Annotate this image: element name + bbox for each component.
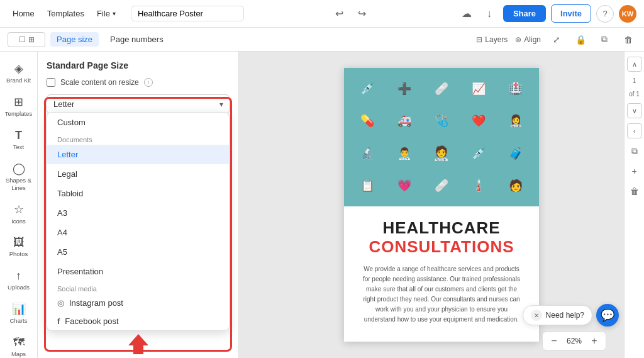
med-bandage-2: 🩹 [423, 171, 459, 202]
topbar-left: Home Templates File ▾ [8, 6, 244, 21]
redo-button[interactable]: ↪ [353, 5, 371, 23]
med-heart: ❤️ [461, 106, 497, 137]
brand-icon: ◈ [14, 62, 23, 76]
med-syringe-2: 💉 [461, 138, 497, 169]
poster: 💉 ➕ 🩹 📈 🏥 💊 🚑 🩺 ❤️ 👩‍⚕️ 🔬 👨‍⚕️ 🧑‍⚕️ 💉 🧳 [344, 68, 539, 342]
help-widget: ✕ Need help? 💬 [523, 304, 619, 327]
left-sidebar: ◈ Brand Kit ⊞ Templates T Text ◯ Shapes … [0, 52, 38, 358]
file-chevron-icon: ▾ [113, 10, 116, 17]
right-panel: ∧ 1 of 1 ∨ ‹ ⧉ + 🗑 [624, 52, 644, 358]
poster-title: HEALTHCARE [382, 219, 500, 237]
scale-label: Scale content on resize [60, 78, 139, 87]
dropdown-facebook[interactable]: f Facebook post [47, 312, 229, 330]
zoom-in-button[interactable]: + [588, 335, 601, 347]
size-select[interactable]: Letter Legal Tabloid A3 A4 A5 [47, 94, 230, 114]
align-button[interactable]: ⊜ Align [515, 35, 541, 44]
poster-body-text: We provide a range of healthcare service… [359, 264, 524, 325]
title-input[interactable] [131, 6, 244, 21]
med-bandage-1: 🩹 [423, 73, 459, 104]
nav-home[interactable]: Home [8, 6, 40, 21]
sidebar-item-brand[interactable]: ◈ Brand Kit [3, 57, 35, 89]
dropdown-documents-section: Documents [47, 132, 229, 145]
med-plus-box: ➕ [386, 73, 422, 104]
help-label: Need help? [546, 311, 584, 320]
dropdown-a4[interactable]: A4 [47, 223, 229, 242]
page-of: of 1 [629, 90, 640, 98]
invite-button[interactable]: Invite [551, 4, 591, 23]
chevron-left-button[interactable]: ‹ [627, 123, 642, 138]
med-heartbeat: 💗 [386, 171, 422, 202]
info-icon[interactable]: i [144, 78, 153, 87]
download-icon[interactable]: ↓ [480, 5, 498, 23]
poster-header: 💉 ➕ 🩹 📈 🏥 💊 🚑 🩺 ❤️ 👩‍⚕️ 🔬 👨‍⚕️ 🧑‍⚕️ 💉 🧳 [344, 68, 539, 206]
text-icon: T [15, 129, 22, 142]
copy-canvas-icon[interactable]: ⧉ [627, 143, 642, 159]
dropdown-tabloid[interactable]: Tabloid [47, 184, 229, 203]
med-cup: 🏥 [498, 73, 534, 104]
uploads-icon: ↑ [16, 269, 21, 282]
toolbar2-right: ⊟ Layers ⊜ Align ⤢ 🔒 ⧉ 🗑 [476, 31, 636, 48]
scroll-down-button[interactable]: ∨ [627, 103, 642, 118]
trash-canvas-icon[interactable]: 🗑 [627, 184, 642, 199]
zoom-out-button[interactable]: − [548, 335, 560, 347]
help-button[interactable]: ? [596, 5, 614, 23]
sidebar-label-maps: Maps [11, 350, 26, 357]
help-close-button[interactable]: ✕ [531, 310, 542, 321]
sidebar-label-text: Text [13, 143, 24, 150]
photos-icon: 🖼 [13, 236, 25, 249]
dropdown-custom[interactable]: Custom [47, 113, 229, 132]
layers-button[interactable]: ⊟ Layers [476, 35, 508, 44]
charts-icon: 📊 [12, 302, 26, 316]
templates-icon: ⊞ [14, 95, 23, 109]
med-ecg: 📈 [461, 73, 497, 104]
share-button[interactable]: Share [503, 5, 546, 22]
sidebar-item-shapes[interactable]: ◯ Shapes & Lines [3, 157, 35, 196]
undo-button[interactable]: ↩ [331, 5, 348, 23]
sidebar-item-photos[interactable]: 🖼 Photos [3, 231, 35, 262]
topbar-center: ↩ ↪ [254, 5, 448, 23]
dropdown-legal[interactable]: Legal [47, 164, 229, 184]
scroll-up-button[interactable]: ∧ [627, 57, 642, 72]
size-select-wrapper: Letter Legal Tabloid A3 A4 A5 ▾ [47, 94, 230, 114]
copy-toolbar-icon[interactable]: ⧉ [596, 31, 613, 48]
scale-checkbox[interactable] [47, 78, 55, 87]
sidebar-item-uploads[interactable]: ↑ Uploads [3, 264, 35, 296]
sidebar-item-icons[interactable]: ☆ Icons [3, 198, 35, 230]
sidebar-label-charts: Charts [10, 317, 28, 324]
sidebar-label-brand: Brand Kit [6, 77, 31, 84]
dropdown-letter[interactable]: Letter [47, 145, 229, 164]
shapes-icon: ◯ [13, 162, 25, 176]
topbar-right: ☁ ↓ Share Invite ? KW [458, 4, 636, 23]
sidebar-item-maps[interactable]: 🗺 Maps [3, 331, 35, 358]
med-person: 🧑 [498, 171, 534, 202]
dropdown-instagram[interactable]: ◎ Instagram post [47, 294, 229, 312]
page-numbers-tab[interactable]: Page numbers [104, 32, 170, 47]
maps-icon: 🗺 [13, 336, 25, 349]
resize-icon[interactable]: ⤢ [548, 31, 565, 48]
med-microscope: 🔬 [349, 138, 385, 169]
sidebar-item-text[interactable]: T Text [3, 124, 35, 155]
sidebar-label-uploads: Uploads [8, 284, 30, 291]
svg-marker-0 [128, 334, 148, 354]
help-bubble: ✕ Need help? [523, 305, 592, 325]
nav-templates[interactable]: Templates [42, 6, 89, 21]
cloud-icon[interactable]: ☁ [458, 5, 475, 23]
sidebar-item-charts[interactable]: 📊 Charts [3, 297, 35, 329]
trash-toolbar-icon[interactable]: 🗑 [620, 31, 636, 48]
med-rx: 📋 [349, 171, 385, 202]
chat-button[interactable]: 💬 [596, 304, 619, 327]
plus-canvas-icon[interactable]: + [627, 164, 642, 179]
lock-icon[interactable]: 🔒 [572, 31, 589, 48]
med-doctor-large: 🧑‍⚕️ [423, 138, 459, 169]
sidebar-item-templates[interactable]: ⊞ Templates [3, 90, 35, 122]
dropdown-presentation[interactable]: Presentation [47, 262, 229, 281]
panel-area: Standard Page Size Scale content on resi… [38, 52, 239, 358]
nav-file[interactable]: File ▾ [92, 6, 121, 21]
avatar[interactable]: KW [619, 5, 636, 23]
poster-subtitle: CONSULTATIONS [369, 237, 514, 257]
dropdown-a5[interactable]: A5 [47, 242, 229, 262]
dropdown-a3[interactable]: A3 [47, 203, 229, 223]
page-size-tab[interactable]: Page size [50, 32, 99, 47]
layers-icon: ⊟ [476, 35, 482, 44]
page-checkbox-area[interactable]: ☐ ⊞ [8, 32, 45, 47]
